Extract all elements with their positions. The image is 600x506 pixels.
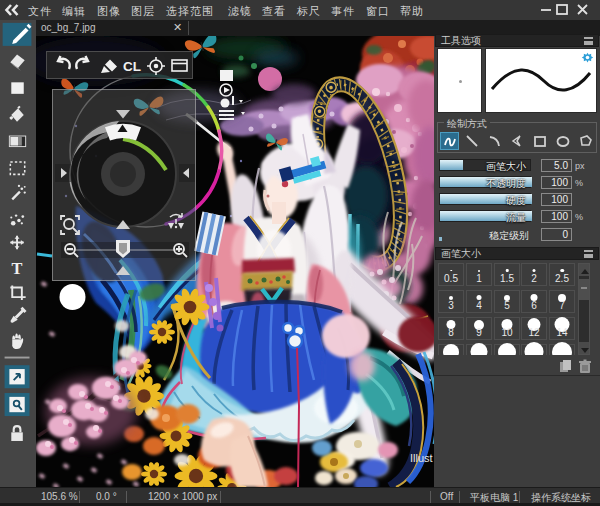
svg-text:CL: CL [123,59,141,74]
svg-text:T: T [12,259,23,278]
svg-text:Illust: Illust [410,452,433,464]
